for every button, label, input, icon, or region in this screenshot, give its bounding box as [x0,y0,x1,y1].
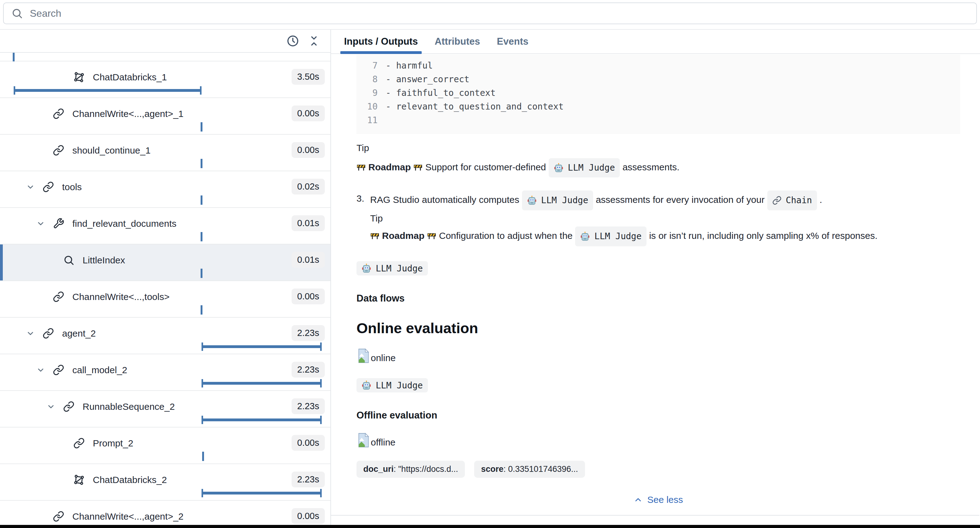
tree-row-tools[interactable]: tools0.02s [0,171,330,208]
span-name: Prompt_2 [93,438,133,449]
duration-badge: 2.23s [291,325,325,341]
span-name: should_continue_1 [72,145,151,156]
timeline-tick [202,452,204,461]
timeline-track [0,122,325,133]
chain-icon [53,511,64,522]
robot-icon [527,195,537,206]
robot-icon [361,263,371,274]
chevron-down-icon[interactable] [46,401,56,412]
llm-judge-badge: LLM Judge [549,158,620,178]
timeline-bar [202,419,322,421]
chain-icon [53,291,64,303]
tree-row-partial[interactable] [0,53,330,62]
roadmap-label: Roadmap [382,230,425,241]
tree-row-chatdatabricks-2[interactable]: ChatDatabricks_22.23s [0,464,330,501]
span-name: ChannelWrite<...,tools> [72,292,170,302]
tip-text: Support for customer-defined [425,162,546,172]
tree-row-agent-2[interactable]: agent_22.23s [0,318,330,354]
tree-row-call-model-2[interactable]: call_model_22.23s [0,354,330,391]
collapse-all-icon[interactable] [307,35,320,48]
duration-badge: 0.01s [291,215,325,231]
timeline-track [0,341,325,352]
timeline-tick [200,232,202,241]
duration-badge: 2.23s [291,471,325,487]
timeline-tick [200,159,202,168]
chain-icon [53,364,64,376]
construction-icon [413,162,423,171]
timeline-bar-cap [320,416,322,424]
tab-attributes[interactable]: Attributes [433,30,481,53]
tree-row-should-continue-1[interactable]: should_continue_10.00s [0,135,330,171]
duration-badge: 0.00s [291,289,325,304]
timeline-track [0,268,325,279]
code-text: - faithful_to_context [386,86,496,100]
chevron-down-icon[interactable] [35,365,46,375]
llm-judge-badge: LLM Judge [522,190,593,210]
tree-row-channelwrite-tools-[interactable]: ChannelWrite<...,tools>0.00s [0,281,330,318]
timeline-tick [200,269,202,278]
timeline-track [0,378,325,389]
chain-badge: Chain [767,190,817,210]
duration-badge: 0.00s [291,435,325,451]
tip-roadmap-line: Roadmap Support for customer-defined LLM… [356,158,979,178]
broken-image-alt: offline [371,437,396,448]
see-less-button[interactable]: See less [356,495,960,505]
line-number: 9 [356,86,378,100]
chevron-down-icon[interactable] [25,328,36,339]
code-line: 7- harmful [356,59,960,73]
timeline-bar-cap [202,489,203,497]
code-line: 9- faithful_to_context [356,86,960,100]
span-name: ChannelWrite<...,agent>_1 [72,109,183,119]
timeline-bar-cap [202,342,203,351]
search-input[interactable] [30,8,969,19]
chevron-down-icon[interactable] [25,182,36,192]
tree-row-littleindex[interactable]: LittleIndex0.01s [0,244,330,281]
details-panel: Inputs / Outputs Attributes Events 7- ha… [331,30,980,525]
doc-uri-badge: doc_uri: "https://docs.d... [356,461,465,478]
construction-icon [356,162,366,171]
tree-row-find-relevant-documents[interactable]: find_relevant_documents0.01s [0,208,330,244]
model-icon [73,474,85,485]
timeline-track [0,414,325,426]
robot-icon [361,380,371,390]
span-name: call_model_2 [72,365,127,375]
broken-image-icon [356,348,370,363]
llm-judge-badge: LLM Judge [356,378,428,392]
chain-icon [53,144,64,156]
tree-row-chatdatabricks-1[interactable]: ChatDatabricks_13.50s [0,62,330,98]
timeline-tick [200,195,202,205]
timeline-bar-cap [202,379,203,387]
span-name: RunnableSequence_2 [83,401,175,412]
timeline-tick [13,53,14,62]
chevron-down-icon[interactable] [35,219,46,229]
tab-events[interactable]: Events [496,30,530,53]
clock-icon[interactable] [286,35,299,48]
tree-row-channelwrite-agent-1[interactable]: ChannelWrite<...,agent>_10.00s [0,98,330,135]
trace-viewer-window: ChatDatabricks_13.50sChannelWrite<...,ag… [0,0,980,528]
attribute-pills: doc_uri: "https://docs.d... score: 0.335… [356,461,979,478]
timeline-bar-cap [202,416,203,424]
chain-icon [772,196,781,205]
tab-inputs-outputs[interactable]: Inputs / Outputs [343,30,419,53]
code-text: - answer_correct [386,73,469,86]
broken-image-alt: online [371,353,396,363]
chain-icon [73,438,85,449]
active-tab-underline [340,51,422,54]
tree-row-runnablesequence-2[interactable]: RunnableSequence_22.23s [0,391,330,428]
timeline-bar [202,492,322,495]
tree-row-channelwrite-agent-2[interactable]: ChannelWrite<...,agent>_20.00s [0,501,330,524]
tip-title: Tip [370,213,383,224]
line-number: 10 [356,100,378,114]
numbered-list-item-3: 3. RAG Studio automatically computes LLM… [356,190,979,246]
chevron-up-icon [633,495,643,504]
broken-image-icon [356,433,370,448]
window-edge [0,525,980,528]
chain-icon [63,401,75,412]
timeline-track [0,195,325,206]
span-tree-panel: ChatDatabricks_13.50sChannelWrite<...,ag… [0,30,331,525]
span-name: ChannelWrite<...,agent>_2 [72,511,183,522]
tree-row-prompt-2[interactable]: Prompt_20.00s [0,428,330,464]
code-block: 7- harmful8- answer_correct9- faithful_t… [356,55,960,134]
offline-image-row: offline [356,433,979,448]
duration-badge: 2.23s [291,398,325,414]
